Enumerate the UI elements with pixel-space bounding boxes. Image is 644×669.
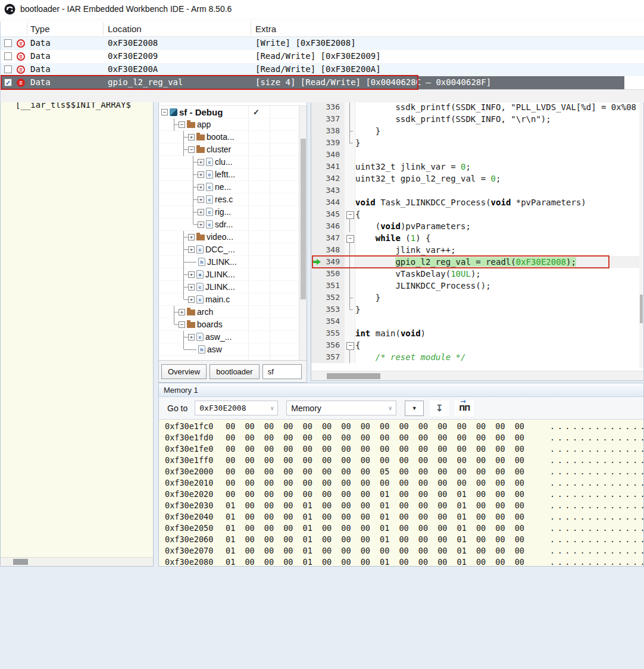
expander-plus-icon[interactable]: +	[198, 184, 204, 190]
breakpoint-row[interactable]: ✓≡Datagpio_l2_reg_val[size 4] [Read/Writ…	[1, 76, 644, 89]
tree-item-jlink[interactable]: +aJLINK...	[159, 268, 307, 281]
expander-plus-icon[interactable]: +	[188, 134, 195, 140]
tree-item-cluster[interactable]: −cluster	[159, 143, 307, 156]
expander-minus-icon[interactable]: −	[179, 321, 185, 328]
expander-plus-icon[interactable]: +	[198, 159, 204, 165]
memory-row[interactable]: 0xf30e1ff000 00 00 00 00 00 00 00 00 00 …	[159, 455, 643, 466]
column-extra[interactable]: Extra	[255, 24, 276, 34]
expander-plus-icon[interactable]: +	[188, 234, 195, 240]
memory-row[interactable]: 0xf30e1fc000 00 00 00 00 00 00 00 00 00 …	[159, 421, 643, 432]
scrollbar-thumb[interactable]	[301, 139, 306, 299]
breakpoint-checkbox[interactable]	[4, 52, 12, 60]
editor-hscrollbar[interactable]	[311, 371, 643, 380]
call-stack-hscrollbar[interactable]	[1, 557, 153, 566]
breakpoint-row[interactable]: ≡Data0xF30E200A[Read/Write] [0xF30E200A]	[1, 63, 644, 76]
code-line-354[interactable]: 354	[311, 315, 643, 327]
memory-view-combo[interactable]: Memory ∨	[286, 401, 396, 415]
code-editor[interactable]: 335 PLL_LVDS_VAL[i] = readl(pll_lvds_add…	[311, 86, 643, 371]
expander-plus-icon[interactable]: +	[188, 334, 195, 340]
tree-item-rig[interactable]: +crig...	[159, 206, 307, 218]
scrollbar-thumb[interactable]	[327, 373, 380, 379]
memory-hex-dump[interactable]: 0xf30e1fc000 00 00 00 00 00 00 00 00 00 …	[159, 420, 643, 566]
memory-row[interactable]: 0xf30e207001 00 00 00 01 00 00 00 00 00 …	[159, 545, 643, 557]
tree-item-jlink[interactable]: hJLINK...	[159, 256, 307, 268]
tree-item-boota[interactable]: +boota...	[159, 131, 307, 143]
expander-plus-icon[interactable]: +	[179, 309, 185, 315]
fold-marker-box[interactable]	[345, 232, 355, 244]
code-line-346[interactable]: 346 (void)pvParameters;	[311, 220, 643, 232]
code-line-353[interactable]: 353}	[311, 304, 643, 315]
code-line-336[interactable]: 336 ssdk_printf(SSDK_INFO, "PLL_LVDS_VAL…	[311, 101, 643, 113]
code-line-351[interactable]: 351 JLINKDCC_Process();	[311, 280, 643, 292]
code-line-355[interactable]: 355int main(void)	[311, 327, 643, 339]
tree-item-clu[interactable]: +cclu...	[159, 156, 307, 168]
memory-row[interactable]: 0xf30e1fd000 00 00 00 00 00 00 00 00 00 …	[159, 432, 643, 443]
breakpoint-row[interactable]: ≡Data0xF30E2008[Write] [0xF30E2008]	[1, 37, 644, 50]
expander-plus-icon[interactable]: +	[198, 221, 204, 228]
fold-marker-box[interactable]	[345, 208, 355, 220]
expander-plus-icon[interactable]: +	[188, 246, 195, 253]
code-line-357[interactable]: 357 /* reset module */	[311, 351, 643, 363]
scrollbar-thumb[interactable]	[13, 559, 28, 565]
expander-minus-icon[interactable]: −	[161, 109, 168, 115]
tree-item-res-c[interactable]: +cres.c	[159, 193, 307, 206]
goto-address-combo[interactable]: 0xF30E2008 ∨	[195, 401, 278, 415]
breakpoint-checkbox[interactable]: ✓	[4, 79, 12, 86]
memory-row[interactable]: 0xf30e201000 00 00 00 00 00 00 00 00 00 …	[159, 477, 643, 489]
fold-marker-box[interactable]	[345, 339, 355, 351]
workspace-tab-sf[interactable]: sf	[262, 364, 302, 379]
workspace-vscrollbar[interactable]	[299, 106, 307, 360]
tree-item-boards[interactable]: −boards	[159, 318, 307, 331]
code-line-339[interactable]: 339}	[311, 137, 643, 149]
column-location[interactable]: Location	[108, 24, 142, 34]
code-line-340[interactable]: 340	[311, 149, 643, 161]
tree-item-video[interactable]: +video...	[159, 231, 307, 243]
expander-minus-icon[interactable]: −	[188, 146, 195, 153]
memory-row[interactable]: 0xf30e204001 00 00 00 01 00 00 00 01 00 …	[159, 511, 643, 523]
workspace-tab-bootloader[interactable]: bootloader	[210, 364, 259, 379]
breakpoint-checkbox[interactable]	[4, 39, 12, 47]
memory-row[interactable]: 0xf30e202000 00 00 00 00 00 00 00 01 00 …	[159, 489, 643, 500]
expander-plus-icon[interactable]: +	[198, 196, 204, 203]
expander-plus-icon[interactable]: +	[188, 271, 195, 278]
tree-item-app[interactable]: −app	[159, 118, 307, 131]
column-type[interactable]: Type	[30, 24, 50, 34]
tree-item-asw[interactable]: +casw_...	[159, 331, 307, 343]
expander-minus-icon[interactable]: −	[179, 121, 185, 128]
code-line-345[interactable]: 345{	[311, 208, 643, 220]
tree-item-sf-debug[interactable]: −sf - Debug✓	[159, 106, 307, 118]
goto-stack-pointer-icon[interactable]: ↧	[430, 401, 449, 416]
expander-plus-icon[interactable]: +	[198, 171, 204, 178]
memory-row[interactable]: 0xf30e208001 00 00 00 01 00 00 00 01 00 …	[159, 557, 643, 566]
scrollbar-thumb[interactable]	[640, 295, 643, 323]
code-line-338[interactable]: 338 }	[311, 125, 643, 137]
tree-item-dcc[interactable]: +cDCC_...	[159, 243, 307, 256]
live-update-icon[interactable]: ΠΠ	[455, 401, 474, 416]
code-line-350[interactable]: 350 vTaskDelay(10UL);	[311, 268, 643, 280]
code-line-343[interactable]: 343	[311, 185, 643, 196]
memory-row[interactable]: 0xf30e1fe000 00 00 00 00 00 00 00 00 00 …	[159, 443, 643, 455]
code-line-342[interactable]: 342uint32_t gpio_l2_reg_val = 0;	[311, 173, 643, 185]
code-line-344[interactable]: 344void Task_JLINKDCC_Process(void *pvPa…	[311, 196, 643, 208]
tree-item-jlink[interactable]: +cJLINK...	[159, 281, 307, 293]
tree-item-sdr[interactable]: +csdr...	[159, 218, 307, 231]
workspace-tab-overview[interactable]: Overview	[161, 364, 207, 379]
editor-vscrollbar[interactable]	[639, 89, 643, 368]
memory-options-dropdown[interactable]: ▼	[405, 401, 424, 416]
breakpoint-row[interactable]: ≡Data0xF30E2009[Read/Write] [0xF30E2009]	[1, 50, 644, 63]
expander-plus-icon[interactable]: +	[188, 284, 195, 290]
tree-item-asw[interactable]: hasw	[159, 343, 307, 356]
code-line-337[interactable]: 337 ssdk_printf(SSDK_INFO, "\r\n");	[311, 113, 643, 125]
code-line-341[interactable]: 341uint32_t jlink_var = 0;	[311, 161, 643, 173]
code-line-347[interactable]: 347 while (1) {	[311, 232, 643, 244]
memory-row[interactable]: 0xf30e206001 00 00 00 01 00 00 00 01 00 …	[159, 534, 643, 545]
memory-row[interactable]: 0xf30e203001 00 00 00 01 00 00 00 01 00 …	[159, 500, 643, 511]
tree-item-main-c[interactable]: +cmain.c	[159, 293, 307, 306]
code-line-349[interactable]: 349 gpio_l2_reg_val = readl(0xF30E2008);	[311, 256, 643, 268]
expander-plus-icon[interactable]: +	[188, 296, 195, 303]
code-line-348[interactable]: 348 jlink_var++;	[311, 244, 643, 256]
tree-item-leftt[interactable]: +cleftt...	[159, 168, 307, 181]
memory-row[interactable]: 0xf30e205001 00 00 00 01 00 00 00 01 00 …	[159, 523, 643, 534]
tree-item-arch[interactable]: +arch	[159, 306, 307, 318]
memory-row[interactable]: 0xf30e200000 00 00 00 00 00 00 00 05 00 …	[159, 466, 643, 477]
